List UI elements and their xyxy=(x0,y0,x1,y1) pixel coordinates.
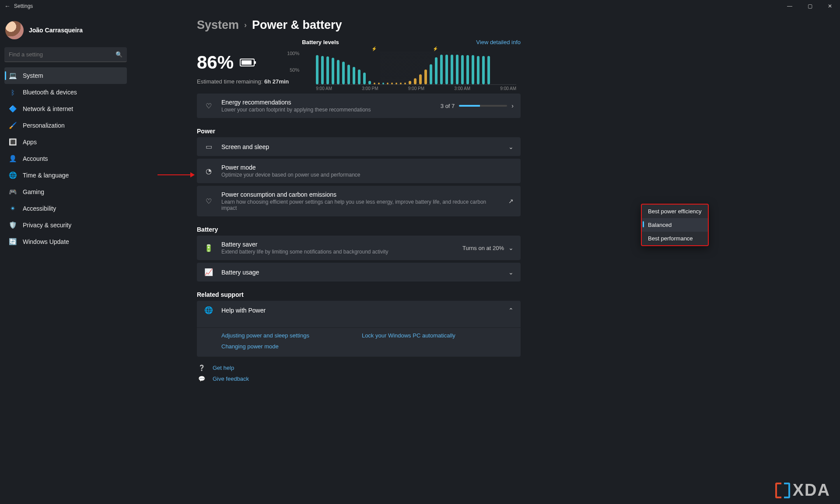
chart-bar xyxy=(419,74,422,84)
chart-bar xyxy=(342,62,345,84)
nav-item-windows-update[interactable]: 🔄Windows Update xyxy=(4,233,127,250)
card-title: Power consumption and carbon emissions xyxy=(221,191,500,198)
help-link-lock[interactable]: Lock your Windows PC automatically xyxy=(362,332,455,339)
chart-bar xyxy=(368,81,371,84)
card-power-consumption[interactable]: ♡ Power consumption and carbon emissions… xyxy=(197,186,521,216)
nav-label: Time & language xyxy=(23,172,69,179)
annotation-arrow xyxy=(158,174,194,175)
get-help-link[interactable]: ❔ Get help xyxy=(197,365,521,371)
charging-icon: ⚡ xyxy=(433,46,438,51)
card-help-header[interactable]: 🌐 Help with Power ⌃ xyxy=(197,301,521,320)
chevron-down-icon: ⌄ xyxy=(508,143,514,150)
search-box[interactable]: 🔍 xyxy=(4,47,127,62)
card-title: Power mode xyxy=(221,164,514,171)
chart-bar xyxy=(477,56,480,84)
view-detailed-link[interactable]: View detailed info xyxy=(476,39,521,45)
card-subtitle: Learn how choosing efficient power setti… xyxy=(221,199,500,211)
xda-watermark: XDA xyxy=(775,481,830,500)
nav-label: System xyxy=(23,72,43,79)
card-power-mode[interactable]: ◔ Power mode Optimize your device based … xyxy=(197,159,521,183)
nav-item-gaming[interactable]: 🎮Gaming xyxy=(4,184,127,200)
nav-icon: 🔄 xyxy=(9,238,17,246)
user-profile[interactable]: João Carrasqueira xyxy=(5,21,127,39)
nav-item-system[interactable]: 💻System xyxy=(4,67,127,84)
card-title: Help with Power xyxy=(221,307,500,314)
chart-bar xyxy=(337,60,340,84)
nav-item-time-language[interactable]: 🌐Time & language xyxy=(4,167,127,184)
chart-bar xyxy=(387,83,388,84)
nav-item-personalization[interactable]: 🖌️Personalization xyxy=(4,117,127,134)
chart-bar xyxy=(316,55,318,84)
card-energy-recommendations[interactable]: ♡ Energy recommendations Lower your carb… xyxy=(197,94,521,118)
help-link-change[interactable]: Changing power mode xyxy=(221,343,309,350)
nav-item-accounts[interactable]: 👤Accounts xyxy=(4,150,127,167)
chart-bar xyxy=(382,83,384,84)
nav-item-accessibility[interactable]: ✴Accessibility xyxy=(4,200,127,217)
battery-saver-threshold: Turns on at 20% xyxy=(462,245,504,251)
minimize-button[interactable]: — xyxy=(780,0,800,12)
give-feedback-link[interactable]: 💬 Give feedback xyxy=(197,375,521,382)
app-title: Settings xyxy=(14,3,33,9)
card-screen-and-sleep[interactable]: ▭ Screen and sleep ⌄ xyxy=(197,137,521,156)
chart-xtick: 9:00 AM xyxy=(316,86,332,91)
nav-label: Accessibility xyxy=(23,205,56,212)
chart-bar xyxy=(404,83,406,84)
external-link-icon: ↗ xyxy=(508,198,514,205)
chart-bar xyxy=(414,78,416,84)
nav-label: Gaming xyxy=(23,188,44,195)
back-button[interactable]: ← xyxy=(4,3,10,10)
usage-icon: 📈 xyxy=(204,268,214,276)
chart-bar xyxy=(487,56,490,84)
chart-bar xyxy=(374,83,375,84)
card-help-with-power: 🌐 Help with Power ⌃ Adjusting power and … xyxy=(197,301,521,357)
chart-bar xyxy=(332,58,334,84)
card-title: Battery saver xyxy=(221,241,455,248)
feedback-icon: 💬 xyxy=(197,375,206,382)
close-button[interactable]: ✕ xyxy=(820,0,840,12)
card-battery-usage[interactable]: 📈 Battery usage ⌄ xyxy=(197,263,521,282)
battery-estimate: Estimated time remaining: 6h 27min xyxy=(197,78,289,85)
battery-estimate-value: 6h 27min xyxy=(264,78,289,85)
maximize-button[interactable]: ▢ xyxy=(800,0,820,12)
help-icon: ❔ xyxy=(197,365,206,371)
nav-icon: 💻 xyxy=(9,72,17,80)
chart-title: Battery levels xyxy=(302,39,339,45)
battery-percent-value: 86% xyxy=(197,52,234,73)
nav-icon: 🔳 xyxy=(9,138,17,146)
nav-label: Accounts xyxy=(23,155,48,162)
chart-bar xyxy=(400,83,402,84)
card-battery-saver[interactable]: 🔋 Battery saver Extend battery life by l… xyxy=(197,236,521,260)
energy-progress xyxy=(459,105,507,107)
globe-icon: 🌐 xyxy=(204,306,214,314)
nav-item-bluetooth-devices[interactable]: ᛒBluetooth & devices xyxy=(4,84,127,101)
section-battery: Battery xyxy=(197,226,521,233)
screen-icon: ▭ xyxy=(204,143,214,151)
nav-item-privacy-security[interactable]: 🛡️Privacy & security xyxy=(4,217,127,233)
battery-saver-icon: 🔋 xyxy=(204,244,214,252)
nav-item-apps[interactable]: 🔳Apps xyxy=(4,134,127,150)
battery-icon xyxy=(240,59,255,66)
chart-bar xyxy=(391,83,393,84)
nav-item-network-internet[interactable]: 🔷Network & internet xyxy=(4,101,127,117)
chart-bar xyxy=(424,70,427,84)
chart-bar xyxy=(396,83,397,84)
chevron-up-icon: ⌃ xyxy=(508,307,514,314)
nav-icon: 👤 xyxy=(9,155,17,163)
chart-bar xyxy=(472,55,474,84)
dropdown-item-best-power-efficiency[interactable]: Best power efficiency xyxy=(642,205,708,218)
ytick-100: 100% xyxy=(287,51,299,56)
dropdown-item-best-performance[interactable]: Best performance xyxy=(642,232,708,245)
chart-bar xyxy=(378,83,380,84)
battery-chart: Battery levels View detailed info 100% 5… xyxy=(302,39,521,91)
ytick-50: 50% xyxy=(290,67,299,73)
search-input[interactable] xyxy=(9,51,116,58)
nav-label: Bluetooth & devices xyxy=(23,89,77,96)
dropdown-item-balanced[interactable]: Balanced xyxy=(642,218,708,232)
breadcrumb-root[interactable]: System xyxy=(197,18,239,32)
chart-bar xyxy=(451,55,453,84)
nav-icon: 🎮 xyxy=(9,188,17,196)
window-controls: — ▢ ✕ xyxy=(780,0,840,12)
power-mode-dropdown[interactable]: Best power efficiencyBalancedBest perfor… xyxy=(641,204,709,246)
help-link-adjust[interactable]: Adjusting power and sleep settings xyxy=(221,332,309,339)
charging-icon: ⚡ xyxy=(371,46,377,51)
